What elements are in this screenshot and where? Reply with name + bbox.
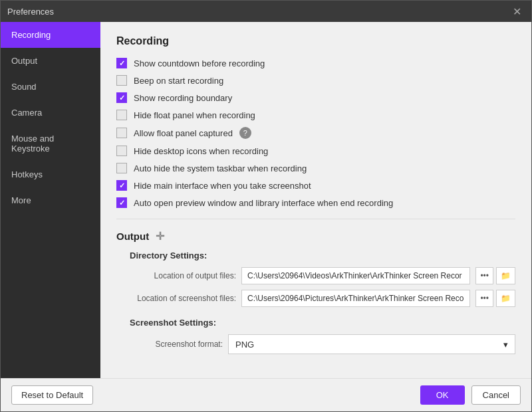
sidebar-item-camera[interactable]: Camera [1, 100, 100, 126]
reset-to-default-button[interactable]: Reset to Default [11, 385, 93, 405]
screenshot-files-dots-button[interactable]: ••• [475, 290, 493, 307]
output-files-folder-button[interactable]: 📁 [496, 267, 515, 284]
checkbox-label-auto-open: Auto open preview window and library int… [134, 198, 393, 208]
checkbox-hide-main[interactable] [116, 180, 127, 191]
checkbox-row-auto-open: Auto open preview window and library int… [116, 197, 515, 208]
checkbox-label-boundary: Show recording boundary [134, 93, 232, 103]
recording-section-title: Recording [116, 35, 515, 47]
checkbox-row-allow-float: Allow float panel captured ? [116, 127, 515, 139]
close-button[interactable]: ✕ [509, 3, 525, 19]
sidebar: Recording Output Sound Camera Mouse and … [1, 22, 100, 378]
footer-right: OK Cancel [420, 385, 521, 405]
preferences-window: Preferences ✕ Recording Output Sound Cam… [0, 0, 532, 412]
output-files-dots-button[interactable]: ••• [475, 267, 493, 284]
output-files-path: C:\Users\20964\Videos\ArkThinker\ArkThin… [241, 267, 470, 284]
content-area: Recording Output Sound Camera Mouse and … [1, 22, 531, 378]
screenshot-files-folder-button[interactable]: 📁 [496, 290, 515, 307]
checkbox-beep[interactable] [116, 75, 127, 86]
checkbox-label-hide-main: Hide main interface when you take screen… [134, 181, 311, 191]
output-files-actions: ••• 📁 [475, 267, 515, 284]
move-icon: ✛ [156, 230, 164, 243]
output-files-row: Location of output files: C:\Users\20964… [116, 267, 515, 284]
output-files-label: Location of output files: [116, 271, 236, 280]
checkbox-auto-hide-taskbar[interactable] [116, 163, 127, 173]
screenshot-format-row: Screenshot format: PNG ▾ [130, 334, 515, 354]
checkbox-row-hide-float: Hide float panel when recording [116, 110, 515, 120]
checkbox-row-hide-main: Hide main interface when you take screen… [116, 180, 515, 191]
section-divider [116, 219, 515, 219]
checkbox-row-countdown: Show countdown before recording [116, 58, 515, 68]
screenshot-format-select[interactable]: PNG ▾ [228, 334, 515, 354]
screenshot-files-label: Location of screenshot files: [116, 294, 236, 303]
checkbox-row-beep: Beep on start recording [116, 75, 515, 86]
checkbox-label-allow-float: Allow float panel captured [134, 128, 233, 138]
sidebar-item-more[interactable]: More [1, 187, 100, 213]
checkbox-hide-float[interactable] [116, 110, 127, 120]
checkbox-row-boundary: Show recording boundary [116, 92, 515, 103]
cancel-button[interactable]: Cancel [471, 385, 521, 405]
checkbox-label-auto-hide-taskbar: Auto hide the system taskbar when record… [134, 163, 307, 173]
checkbox-allow-float[interactable] [116, 128, 127, 138]
screenshot-format-label: Screenshot format: [130, 340, 223, 349]
screenshot-settings: Screenshot Settings: Screenshot format: … [116, 318, 515, 354]
sidebar-item-output[interactable]: Output [1, 48, 100, 74]
sidebar-item-hotkeys[interactable]: Hotkeys [1, 161, 100, 187]
footer: Reset to Default OK Cancel [1, 378, 531, 411]
checkbox-hide-icons[interactable] [116, 146, 127, 156]
screenshot-files-path: C:\Users\20964\Pictures\ArkThinker\ArkTh… [241, 290, 470, 307]
help-icon[interactable]: ? [239, 127, 251, 139]
checkbox-label-hide-icons: Hide desktop icons when recording [134, 146, 268, 156]
checkbox-label-countdown: Show countdown before recording [134, 58, 265, 68]
checkbox-label-beep: Beep on start recording [134, 76, 223, 86]
screenshot-settings-title: Screenshot Settings: [130, 318, 515, 328]
ok-button[interactable]: OK [420, 385, 465, 405]
screenshot-format-value: PNG [235, 340, 254, 350]
checkbox-countdown[interactable] [116, 58, 127, 68]
checkbox-boundary[interactable] [116, 92, 127, 103]
main-panel: Recording Show countdown before recordin… [100, 22, 531, 378]
sidebar-item-sound[interactable]: Sound [1, 74, 100, 100]
checkbox-auto-open[interactable] [116, 197, 127, 208]
folder-icon-2: 📁 [501, 294, 511, 303]
directory-settings-title: Directory Settings: [130, 251, 515, 260]
sidebar-item-recording[interactable]: Recording [1, 22, 100, 48]
window-title: Preferences [7, 7, 54, 17]
checkbox-row-hide-icons: Hide desktop icons when recording [116, 146, 515, 156]
output-section-title: Output ✛ [116, 230, 515, 243]
checkbox-row-auto-hide-taskbar: Auto hide the system taskbar when record… [116, 163, 515, 173]
checkbox-label-hide-float: Hide float panel when recording [134, 110, 255, 120]
chevron-down-icon: ▾ [503, 340, 508, 350]
screenshot-files-row: Location of screenshot files: C:\Users\2… [116, 290, 515, 307]
folder-icon: 📁 [501, 271, 511, 280]
sidebar-item-mouse-keystroke[interactable]: Mouse and Keystroke [1, 126, 100, 161]
screenshot-files-actions: ••• 📁 [475, 290, 515, 307]
title-bar: Preferences ✕ [1, 1, 531, 22]
